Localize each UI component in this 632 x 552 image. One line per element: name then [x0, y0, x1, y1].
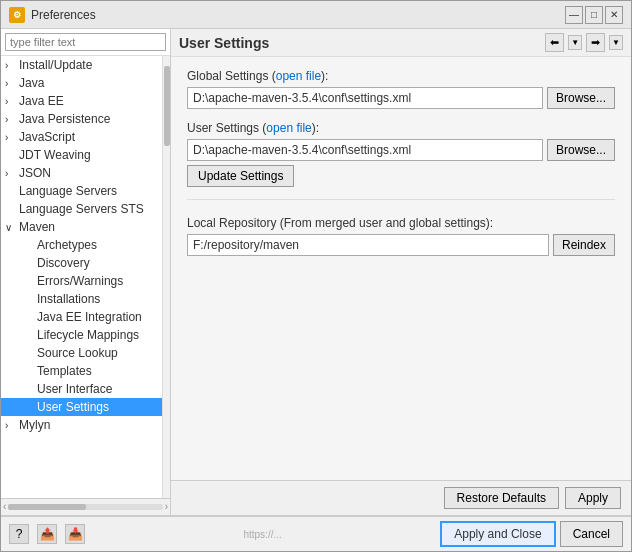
h-scrollbar[interactable]: [8, 504, 162, 510]
sidebar-bottom-bar: ‹ ›: [1, 498, 170, 515]
sidebar-item-language-servers[interactable]: Language Servers: [1, 182, 162, 200]
window-title: Preferences: [31, 8, 96, 22]
title-bar: ⚙ Preferences — □ ✕: [1, 1, 631, 29]
sidebar-item-label: User Interface: [37, 382, 158, 396]
global-settings-label-text: Global Settings (: [187, 69, 276, 83]
sidebar-item-label: Source Lookup: [37, 346, 158, 360]
local-repo-section: Local Repository (From merged user and g…: [187, 216, 615, 256]
user-settings-link-suffix: ):: [312, 121, 319, 135]
sidebar-item-label: User Settings: [37, 400, 158, 414]
sidebar-item-java[interactable]: › Java: [1, 74, 162, 92]
user-settings-input[interactable]: [187, 139, 543, 161]
sidebar-item-jdt-weaving[interactable]: JDT Weaving: [1, 146, 162, 164]
window-icon: ⚙: [9, 7, 25, 23]
nav-buttons: ⬅ ▼ ➡ ▼: [545, 33, 623, 52]
sidebar-item-source-lookup[interactable]: Source Lookup: [1, 344, 162, 362]
restore-defaults-button[interactable]: Restore Defaults: [444, 487, 559, 509]
global-settings-link-suffix: ):: [321, 69, 328, 83]
sidebar-item-java-ee[interactable]: › Java EE: [1, 92, 162, 110]
global-settings-section: Global Settings (open file): Browse...: [187, 69, 615, 109]
global-settings-input[interactable]: [187, 87, 543, 109]
h-scrollbar-thumb[interactable]: [8, 504, 85, 510]
sidebar-item-errors-warnings[interactable]: Errors/Warnings: [1, 272, 162, 290]
sidebar-item-java-persistence[interactable]: › Java Persistence: [1, 110, 162, 128]
sidebar-item-label: Language Servers: [19, 184, 158, 198]
watermark: https://...: [85, 529, 440, 540]
arrow-icon: ›: [5, 96, 19, 107]
main-footer: Restore Defaults Apply: [171, 480, 631, 515]
sidebar-item-lifecycle-mappings[interactable]: Lifecycle Mappings: [1, 326, 162, 344]
sidebar-item-installations[interactable]: Installations: [1, 290, 162, 308]
global-browse-button[interactable]: Browse...: [547, 87, 615, 109]
sidebar-item-label: Java EE Integration: [37, 310, 158, 324]
sidebar-item-mylyn[interactable]: › Mylyn: [1, 416, 162, 434]
sidebar-scroll-container: › Install/Update › Java › Java EE › Java…: [1, 56, 170, 498]
sidebar-item-templates[interactable]: Templates: [1, 362, 162, 380]
apply-close-button[interactable]: Apply and Close: [440, 521, 555, 547]
user-settings-label: User Settings (open file):: [187, 121, 615, 135]
main-toolbar: User Settings ⬅ ▼ ➡ ▼: [171, 29, 631, 57]
sidebar-item-user-interface[interactable]: User Interface: [1, 380, 162, 398]
global-settings-link[interactable]: open file: [276, 69, 321, 83]
sidebar-item-maven[interactable]: ∨ Maven: [1, 218, 162, 236]
import-icon[interactable]: 📥: [65, 524, 85, 544]
expand-icon: ∨: [5, 222, 19, 233]
sidebar-item-label: Errors/Warnings: [37, 274, 158, 288]
main-title: User Settings: [179, 35, 269, 51]
sidebar-item-discovery[interactable]: Discovery: [1, 254, 162, 272]
forward-button[interactable]: ➡: [586, 33, 605, 52]
title-bar-controls: — □ ✕: [565, 6, 623, 24]
sidebar-item-json[interactable]: › JSON: [1, 164, 162, 182]
user-settings-link[interactable]: open file: [266, 121, 311, 135]
sidebar-item-label: JDT Weaving: [19, 148, 158, 162]
sidebar-item-java-ee-integration[interactable]: Java EE Integration: [1, 308, 162, 326]
sidebar-item-archetypes[interactable]: Archetypes: [1, 236, 162, 254]
back-button[interactable]: ⬅: [545, 33, 564, 52]
sidebar-item-user-settings[interactable]: User Settings: [1, 398, 162, 416]
sidebar-item-label: Language Servers STS: [19, 202, 158, 216]
sidebar-bottom-left-arrow[interactable]: ‹: [3, 501, 6, 513]
minimize-button[interactable]: —: [565, 6, 583, 24]
sidebar-item-label: JSON: [19, 166, 158, 180]
sidebar-item-javascript[interactable]: › JavaScript: [1, 128, 162, 146]
sidebar-item-label: Java EE: [19, 94, 158, 108]
filter-input[interactable]: [5, 33, 166, 51]
arrow-icon: ›: [5, 78, 19, 89]
global-settings-label: Global Settings (open file):: [187, 69, 615, 83]
reindex-button[interactable]: Reindex: [553, 234, 615, 256]
help-icon[interactable]: ?: [9, 524, 29, 544]
sidebar-bottom-right-arrow[interactable]: ›: [165, 501, 168, 513]
sidebar-item-label: Installations: [37, 292, 158, 306]
local-repo-label: Local Repository (From merged user and g…: [187, 216, 615, 230]
preferences-window: ⚙ Preferences — □ ✕ › Install/Update: [0, 0, 632, 552]
user-browse-button[interactable]: Browse...: [547, 139, 615, 161]
local-repo-input[interactable]: [187, 234, 549, 256]
bottom-bar-left: ? 📤 📥: [9, 524, 85, 544]
local-repo-input-row: Reindex: [187, 234, 615, 256]
sidebar-tree: › Install/Update › Java › Java EE › Java…: [1, 56, 162, 498]
sidebar-scrollbar[interactable]: [162, 56, 170, 498]
sidebar-item-install-update[interactable]: › Install/Update: [1, 56, 162, 74]
arrow-icon: ›: [5, 114, 19, 125]
sidebar-item-label: Discovery: [37, 256, 158, 270]
global-settings-input-row: Browse...: [187, 87, 615, 109]
sidebar-item-language-servers-sts[interactable]: Language Servers STS: [1, 200, 162, 218]
divider: [187, 199, 615, 200]
close-button[interactable]: ✕: [605, 6, 623, 24]
main-panel: User Settings ⬅ ▼ ➡ ▼ Global Settings (o…: [171, 29, 631, 515]
user-settings-section: User Settings (open file): Browse... Upd…: [187, 121, 615, 187]
sidebar-item-label: Templates: [37, 364, 158, 378]
maximize-button[interactable]: □: [585, 6, 603, 24]
filter-box: [1, 29, 170, 56]
sidebar: › Install/Update › Java › Java EE › Java…: [1, 29, 171, 515]
export-icon[interactable]: 📤: [37, 524, 57, 544]
update-settings-button[interactable]: Update Settings: [187, 165, 294, 187]
forward-dropdown[interactable]: ▼: [609, 35, 623, 50]
cancel-button[interactable]: Cancel: [560, 521, 623, 547]
back-dropdown[interactable]: ▼: [568, 35, 582, 50]
user-settings-input-row: Browse...: [187, 139, 615, 161]
apply-button[interactable]: Apply: [565, 487, 621, 509]
scrollbar-thumb[interactable]: [164, 66, 170, 146]
bottom-bar: ? 📤 📥 https://... Apply and Close Cancel: [1, 515, 631, 551]
arrow-icon: ›: [5, 420, 19, 431]
